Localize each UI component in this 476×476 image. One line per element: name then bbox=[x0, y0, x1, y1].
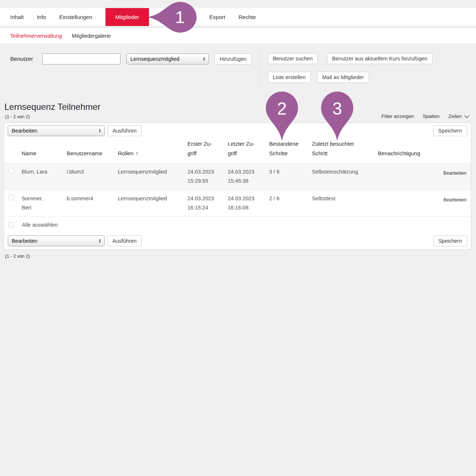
table-toolbar-top: Bearbeiten ▲▼ Ausführen Speichern bbox=[4, 123, 471, 138]
header-bestandene-schritte[interactable]: Bestandene Schritte bbox=[269, 139, 312, 163]
benutzer-input[interactable] bbox=[42, 53, 120, 64]
cell-notification bbox=[378, 190, 433, 216]
header-rollen[interactable]: Rollen↑ bbox=[118, 149, 187, 163]
annotation-pin-1-number: 1 bbox=[175, 8, 185, 26]
cell-first-access: 24.03.2023 16:15:24 bbox=[187, 190, 228, 216]
header-benachrichtigung[interactable]: Benachrichtigung bbox=[378, 149, 433, 163]
benutzer-suchen-button[interactable]: Benutzer suchen bbox=[268, 53, 318, 64]
bulk-action-select-value: Bearbeiten bbox=[12, 238, 37, 244]
bulk-action-select[interactable]: Bearbeiten ▲▼ bbox=[8, 125, 105, 136]
cell-passed-steps: 3 / 6 bbox=[269, 163, 312, 190]
cell-username: l.blum3 bbox=[67, 163, 118, 190]
form-divider bbox=[260, 50, 261, 85]
filter-anzeigen-link[interactable]: Filter anzeigen bbox=[382, 114, 414, 119]
cell-last-visited-step: Selbsteinschätzung bbox=[312, 163, 378, 190]
tab-inhalt[interactable]: Inhalt bbox=[10, 8, 24, 26]
tab-info[interactable]: Info bbox=[37, 8, 46, 26]
select-all-label: Alle auswählen bbox=[22, 222, 58, 228]
tab-mitglieder[interactable]: Mitglieder bbox=[105, 8, 149, 26]
role-select-value: Lernsequenzmitglied bbox=[130, 56, 179, 62]
table-row: Blum, Lara l.blum3 Lernsequenzmitglied 2… bbox=[4, 163, 471, 190]
main-tab-bar: Inhalt Info Einstellungen Mitglieder Exp… bbox=[0, 8, 476, 26]
select-arrows-icon: ▲▼ bbox=[98, 239, 101, 243]
subtab-teilnehmerverwaltung[interactable]: Teilnehmerverwaltung bbox=[10, 33, 62, 39]
row-checkbox[interactable] bbox=[8, 168, 14, 174]
benutzer-label: Benutzer bbox=[10, 53, 33, 64]
select-all-checkbox[interactable] bbox=[8, 222, 14, 228]
cell-notification bbox=[378, 163, 433, 190]
cell-role: Lernsequenzmitglied bbox=[118, 190, 187, 216]
select-all-row: Alle auswählen bbox=[4, 216, 471, 233]
cell-passed-steps: 2 / 6 bbox=[269, 190, 312, 216]
cell-first-access: 24.03.2023 15:29:55 bbox=[187, 163, 228, 190]
sub-tab-bar: Teilnehmerverwaltung Mitgliedergalerie bbox=[0, 28, 476, 44]
header-name[interactable]: Name bbox=[22, 149, 67, 163]
cell-name: Blum, Lara bbox=[22, 163, 67, 190]
benutzer-aus-kurs-button[interactable]: Benutzer aus aktuellem Kurs hinzufügen bbox=[327, 53, 432, 64]
cell-last-visited-step: Selbsttest bbox=[312, 190, 378, 216]
result-count-bottom: (1 - 2 von 2) bbox=[5, 254, 30, 259]
ausfuehren-button[interactable]: Ausführen bbox=[107, 125, 142, 136]
tab-export[interactable]: Export bbox=[209, 8, 225, 26]
annotation-pin-3: 3 bbox=[321, 92, 353, 141]
table-meta-links: Filter anzeigen Spalten Zeilen bbox=[382, 114, 469, 119]
cell-last-access: 24.03.2023 16:16:08 bbox=[228, 190, 269, 216]
table-toolbar-bottom: Bearbeiten ▲▼ Ausführen Speichern bbox=[4, 233, 471, 249]
subtab-mitgliedergalerie[interactable]: Mitgliedergalerie bbox=[72, 33, 111, 39]
table-header-row: Name Benutzername Rollen↑ Erster Zu- gri… bbox=[4, 138, 471, 163]
header-checkbox-spacer bbox=[8, 158, 22, 163]
hinzufuegen-button[interactable]: Hinzufügen bbox=[215, 53, 252, 64]
cell-username: b.sommer4 bbox=[67, 190, 118, 216]
ausfuehren-button-bottom[interactable]: Ausführen bbox=[107, 235, 142, 246]
cell-name: Sommer, Bert bbox=[22, 190, 67, 216]
annotation-pin-1: 1 bbox=[148, 2, 197, 33]
liste-erstellen-button[interactable]: Liste erstellen bbox=[268, 72, 310, 83]
select-arrows-icon: ▲▼ bbox=[98, 129, 101, 133]
spalten-link[interactable]: Spalten bbox=[423, 114, 439, 119]
member-table-panel: Bearbeiten ▲▼ Ausführen Speichern Name B… bbox=[4, 123, 471, 250]
tab-einstellungen[interactable]: Einstellungen bbox=[59, 8, 92, 26]
chevron-down-icon bbox=[464, 115, 469, 118]
mail-an-mitglieder-button[interactable]: Mail an Mitglieder bbox=[317, 72, 369, 83]
annotation-pin-2: 2 bbox=[266, 92, 298, 141]
bulk-action-select-value: Bearbeiten bbox=[12, 128, 37, 134]
cell-role: Lernsequenzmitglied bbox=[118, 163, 187, 190]
bulk-action-select-bottom[interactable]: Bearbeiten ▲▼ bbox=[8, 235, 105, 246]
speichern-button-bottom[interactable]: Speichern bbox=[433, 235, 467, 246]
row-checkbox-cell bbox=[8, 163, 22, 190]
sort-asc-icon: ↑ bbox=[136, 150, 139, 156]
zeilen-link-label: Zeilen bbox=[448, 114, 462, 119]
cell-last-access: 24.03.2023 15:45:38 bbox=[228, 163, 269, 190]
header-benutzername[interactable]: Benutzername bbox=[67, 149, 118, 163]
speichern-button-top[interactable]: Speichern bbox=[433, 125, 467, 136]
header-zuletzt-besuchter-schritt[interactable]: Zuletzt besuchter Schritt bbox=[312, 139, 378, 163]
row-bearbeiten-link[interactable]: Bearbeiten bbox=[433, 190, 467, 216]
row-bearbeiten-link[interactable]: Bearbeiten bbox=[433, 163, 467, 190]
header-action-spacer bbox=[433, 158, 467, 163]
row-checkbox[interactable] bbox=[8, 195, 14, 200]
annotation-pin-3-number: 3 bbox=[332, 98, 342, 119]
result-count-top: (1 - 2 von 2) bbox=[5, 114, 30, 119]
row-checkbox-cell bbox=[8, 190, 22, 216]
header-letzter-zugriff[interactable]: Letzter Zu- griff bbox=[228, 139, 269, 163]
header-erster-zugriff[interactable]: Erster Zu- griff bbox=[187, 139, 228, 163]
tab-rechte[interactable]: Rechte bbox=[238, 8, 256, 26]
table-row: Sommer, Bert b.sommer4 Lernsequenzmitgli… bbox=[4, 190, 471, 216]
role-select[interactable]: Lernsequenzmitglied ▲▼ bbox=[126, 53, 209, 64]
page-title: Lernsequenz Teilnehmer bbox=[4, 102, 100, 112]
select-arrows-icon: ▲▼ bbox=[203, 57, 205, 61]
zeilen-link[interactable]: Zeilen bbox=[448, 114, 469, 119]
annotation-pin-2-number: 2 bbox=[277, 98, 287, 119]
